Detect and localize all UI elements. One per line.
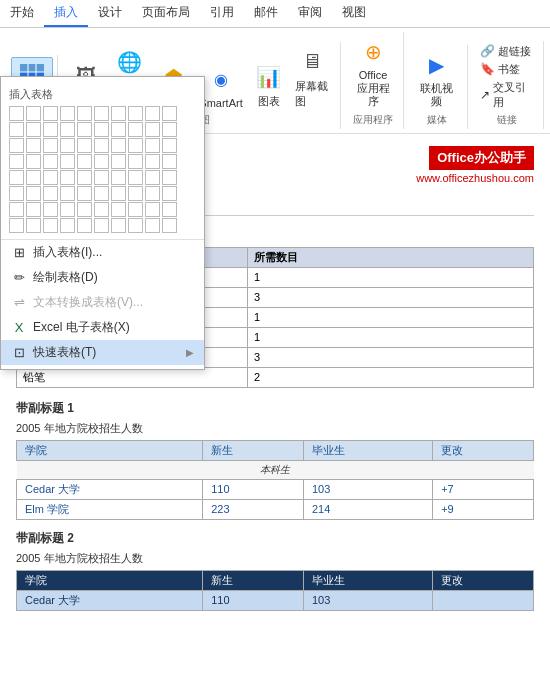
tab-start[interactable]: 开始: [0, 0, 44, 27]
grid-cell[interactable]: [9, 202, 24, 217]
grid-cell[interactable]: [77, 154, 92, 169]
bookmark-button[interactable]: 🔖 书签: [476, 61, 537, 78]
video-button[interactable]: ▶ 联机视频: [412, 47, 461, 110]
tab-review[interactable]: 审阅: [288, 0, 332, 27]
grid-cell[interactable]: [9, 186, 24, 201]
grid-cell[interactable]: [43, 106, 58, 121]
tab-mailings[interactable]: 邮件: [244, 0, 288, 27]
draw-table-item[interactable]: ✏ 绘制表格(D): [1, 265, 204, 290]
grid-cell[interactable]: [77, 122, 92, 137]
grid-cell[interactable]: [145, 138, 160, 153]
grid-cell[interactable]: [94, 106, 109, 121]
grid-cell[interactable]: [111, 122, 126, 137]
chart-button[interactable]: 📊 图表: [249, 59, 289, 111]
grid-cell[interactable]: [162, 122, 177, 137]
grid-cell[interactable]: [43, 138, 58, 153]
grid-cell[interactable]: [77, 202, 92, 217]
grid-cell[interactable]: [9, 154, 24, 169]
grid-cell[interactable]: [43, 154, 58, 169]
grid-cell[interactable]: [43, 218, 58, 233]
office-app-button[interactable]: ⊕ Office应用程序: [349, 34, 398, 111]
grid-cell[interactable]: [145, 186, 160, 201]
grid-cell[interactable]: [60, 122, 75, 137]
quick-table-item[interactable]: ⊡ 快速表格(T) ▶: [1, 340, 204, 365]
grid-cell[interactable]: [94, 122, 109, 137]
screenshot-button[interactable]: 🖥 屏幕截图: [291, 44, 334, 111]
grid-cell[interactable]: [128, 106, 143, 121]
grid-cell[interactable]: [26, 186, 41, 201]
grid-cell[interactable]: [94, 154, 109, 169]
grid-cell[interactable]: [43, 122, 58, 137]
grid-cell[interactable]: [77, 138, 92, 153]
grid-cell[interactable]: [60, 138, 75, 153]
grid-cell[interactable]: [145, 170, 160, 185]
insert-table-item[interactable]: ⊞ 插入表格(I)...: [1, 240, 204, 265]
grid-cell[interactable]: [128, 202, 143, 217]
grid-cell[interactable]: [9, 106, 24, 121]
grid-cell[interactable]: [111, 106, 126, 121]
grid-cell[interactable]: [128, 170, 143, 185]
grid-cell[interactable]: [60, 186, 75, 201]
grid-cell[interactable]: [111, 218, 126, 233]
grid-cell[interactable]: [26, 138, 41, 153]
grid-cell[interactable]: [111, 202, 126, 217]
grid-cell[interactable]: [145, 106, 160, 121]
excel-table-item[interactable]: X Excel 电子表格(X): [1, 315, 204, 340]
grid-cell[interactable]: [26, 106, 41, 121]
grid-cell[interactable]: [26, 218, 41, 233]
grid-cell[interactable]: [128, 154, 143, 169]
text-to-table-item[interactable]: ⇌ 文本转换成表格(V)...: [1, 290, 204, 315]
grid-cell[interactable]: [128, 122, 143, 137]
grid-cell[interactable]: [9, 122, 24, 137]
grid-cell[interactable]: [26, 122, 41, 137]
table-grid[interactable]: [9, 106, 196, 233]
grid-cell[interactable]: [111, 154, 126, 169]
grid-cell[interactable]: [26, 154, 41, 169]
grid-cell[interactable]: [145, 154, 160, 169]
grid-cell[interactable]: [60, 202, 75, 217]
grid-cell[interactable]: [43, 170, 58, 185]
grid-cell[interactable]: [162, 138, 177, 153]
grid-cell[interactable]: [60, 170, 75, 185]
tab-design[interactable]: 设计: [88, 0, 132, 27]
grid-cell[interactable]: [9, 138, 24, 153]
grid-cell[interactable]: [145, 218, 160, 233]
grid-cell[interactable]: [145, 202, 160, 217]
hyperlink-button[interactable]: 🔗 超链接: [476, 43, 537, 60]
grid-cell[interactable]: [128, 218, 143, 233]
grid-cell[interactable]: [43, 186, 58, 201]
grid-cell[interactable]: [162, 154, 177, 169]
grid-cell[interactable]: [77, 186, 92, 201]
grid-cell[interactable]: [94, 218, 109, 233]
grid-cell[interactable]: [162, 202, 177, 217]
crossref-button[interactable]: ↗ 交叉引用: [476, 79, 537, 111]
grid-cell[interactable]: [60, 106, 75, 121]
grid-cell[interactable]: [162, 170, 177, 185]
grid-cell[interactable]: [128, 186, 143, 201]
grid-cell[interactable]: [60, 218, 75, 233]
grid-cell[interactable]: [94, 202, 109, 217]
grid-cell[interactable]: [111, 170, 126, 185]
tab-view[interactable]: 视图: [332, 0, 376, 27]
grid-cell[interactable]: [111, 138, 126, 153]
grid-cell[interactable]: [9, 170, 24, 185]
grid-cell[interactable]: [9, 218, 24, 233]
grid-cell[interactable]: [26, 202, 41, 217]
tab-insert[interactable]: 插入: [44, 0, 88, 27]
grid-cell[interactable]: [111, 186, 126, 201]
grid-cell[interactable]: [43, 202, 58, 217]
grid-cell[interactable]: [77, 218, 92, 233]
grid-cell[interactable]: [94, 138, 109, 153]
grid-cell[interactable]: [162, 106, 177, 121]
tab-references[interactable]: 引用: [200, 0, 244, 27]
grid-cell[interactable]: [77, 170, 92, 185]
grid-cell[interactable]: [128, 138, 143, 153]
grid-cell[interactable]: [94, 186, 109, 201]
grid-cell[interactable]: [60, 154, 75, 169]
grid-cell[interactable]: [26, 170, 41, 185]
tab-layout[interactable]: 页面布局: [132, 0, 200, 27]
grid-cell[interactable]: [94, 170, 109, 185]
grid-cell[interactable]: [162, 186, 177, 201]
grid-cell[interactable]: [77, 106, 92, 121]
grid-cell[interactable]: [145, 122, 160, 137]
